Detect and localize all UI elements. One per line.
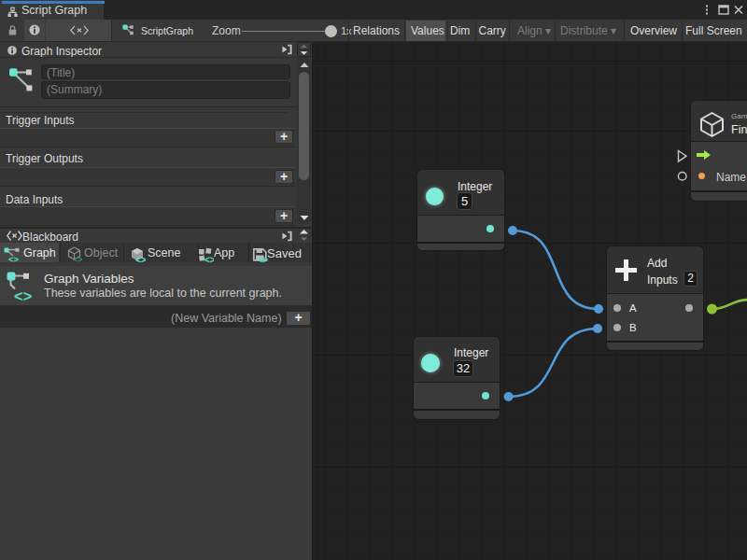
svg-text:<>: <> <box>204 254 214 263</box>
svg-text:<>: <> <box>135 255 146 264</box>
svg-text:<>: <> <box>258 254 269 263</box>
svg-text:<>: <> <box>14 287 32 303</box>
svg-text:<>: <> <box>73 255 82 263</box>
svg-text:<>: <> <box>8 253 20 262</box>
